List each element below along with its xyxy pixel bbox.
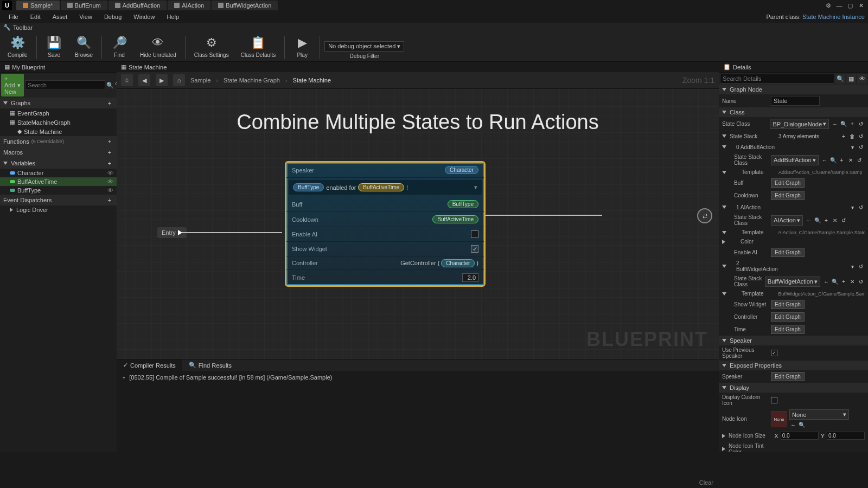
search-input[interactable] [25,80,105,90]
visibility-icon[interactable]: 👁 [107,170,113,176]
use-prev-speaker-checkbox[interactable] [771,350,777,356]
var-character[interactable]: Character👁 [0,169,117,177]
graph-canvas[interactable]: Combine Multiple States to Run Actions E… [117,89,719,359]
debug-object-select[interactable]: No debug object selected ▾ [324,41,404,52]
stack-class-dropdown[interactable]: AIAction▾ [771,215,803,226]
tab-compiler-results[interactable]: ✓Compiler Results [117,359,182,371]
dropdown-icon[interactable]: ▾ [848,143,856,151]
name-field[interactable] [771,96,820,106]
section-graphs[interactable]: Graphs+ [0,98,117,108]
class-settings-button[interactable]: ⚙Class Settings [190,33,233,59]
find-icon[interactable]: 🔍 [814,216,821,224]
back-icon[interactable]: ← [831,120,839,128]
edit-graph-button[interactable]: Edit Graph [771,300,805,309]
cooldown-chip[interactable]: BuffActiveTime [432,215,478,223]
stack-item-2[interactable]: 2 BuffWidgetAction [730,260,776,272]
add-function-button[interactable]: + [106,138,113,145]
settings-icon[interactable]: ⚙ [824,1,833,10]
add-macro-button[interactable]: + [106,149,113,156]
dialogue-text[interactable]: BuffType enabled for BuffActiveTime ! ▾ [289,180,482,195]
my-blueprint-tab[interactable]: ▦My Blueprint [0,62,117,73]
menu-asset[interactable]: Asset [47,12,73,21]
forward-button[interactable]: ▶ [156,74,168,86]
add-icon[interactable]: + [840,278,847,285]
find-button[interactable]: 🔎Find [106,33,132,59]
play-button[interactable]: ▶Play [289,33,315,59]
search-icon[interactable]: 🔍 [835,74,845,84]
dropdown-icon[interactable]: ▾ [848,262,856,270]
home-button[interactable]: ⌂ [173,74,185,86]
back-icon[interactable]: ← [822,278,830,285]
back-icon[interactable]: ← [805,216,813,224]
section-display[interactable]: Display [719,383,868,393]
dropdown-icon[interactable]: ▾ [848,203,856,211]
menu-debug[interactable]: Debug [99,12,127,21]
stack-class-dropdown[interactable]: BuffWidgetAction▾ [765,277,820,287]
grid-view-icon[interactable]: ▦ [846,74,856,84]
state-node[interactable]: SpeakerCharacter BuffType enabled for Bu… [285,161,486,287]
chevron-down-icon[interactable]: ▾ [474,184,477,191]
parent-class-link[interactable]: State Machine Instance [802,14,865,20]
var-buffactivetime[interactable]: BuffActiveTime👁 [0,177,117,186]
edit-graph-button[interactable]: Edit Graph [771,178,805,188]
compile-button[interactable]: ⚙️Compile [3,33,32,59]
menu-window[interactable]: Window [128,12,160,21]
edit-graph-button[interactable]: Edit Graph [771,312,805,322]
details-tab[interactable]: 📋Details [719,62,868,73]
save-button[interactable]: 💾Save [41,33,67,59]
close-button[interactable]: ✕ [856,1,866,10]
stack-item-1[interactable]: 1 AIAction [730,204,776,210]
remove-icon[interactable]: ✕ [847,156,854,164]
section-speaker[interactable]: Speaker [719,336,868,345]
add-icon[interactable]: + [838,156,846,164]
add-icon[interactable]: + [848,120,856,128]
controller-arg-chip[interactable]: Character [441,259,475,267]
section-exposed[interactable]: Exposed Properties [719,361,868,370]
remove-icon[interactable]: ✕ [831,216,839,224]
visibility-icon[interactable]: 👁 [107,178,113,185]
time-value[interactable]: 2.0 [462,273,478,282]
var-bufftype[interactable]: BuffType👁 [0,186,117,195]
exit-pin[interactable]: ⇄ [697,208,712,223]
edit-graph-button[interactable]: Edit Graph [771,248,805,257]
menu-file[interactable]: File [3,12,24,21]
section-graph-node[interactable]: Graph Node [719,85,868,94]
add-icon[interactable]: + [822,216,830,224]
show-widget-checkbox[interactable]: ✓ [471,245,478,253]
edit-graph-button[interactable]: Edit Graph [771,191,805,200]
edit-graph-button[interactable]: Edit Graph [771,372,805,381]
file-tab-aiaction[interactable]: AIAction [168,1,210,10]
details-search-input[interactable] [720,74,834,84]
class-defaults-button[interactable]: 📋Class Defaults [237,33,280,59]
find-icon[interactable]: 🔍 [831,278,839,285]
graph-tab-state-machine[interactable]: ▦State Machine [117,62,176,72]
reset-icon[interactable]: ↺ [857,120,865,128]
tab-find-results[interactable]: 🔍Find Results [182,359,238,371]
section-variables[interactable]: Variables+ [0,158,117,169]
add-new-button[interactable]: + Add New ▾ [1,74,24,97]
file-tab-addbuff[interactable]: AddBuffAction [108,1,167,10]
node-icon-thumbnail[interactable]: None [771,411,787,427]
clear-button[interactable]: Clear [699,479,713,486]
reset-icon[interactable]: ↺ [857,203,865,211]
reset-icon[interactable]: ↺ [857,262,865,270]
reset-icon[interactable]: ↺ [840,216,847,224]
menu-edit[interactable]: Edit [25,12,46,21]
custom-icon-checkbox[interactable] [771,397,777,403]
menu-view[interactable]: View [74,12,98,21]
breadcrumb-sample[interactable]: Sample [190,77,210,84]
state-class-dropdown[interactable]: BP_DialogueNode▾ [770,119,829,129]
remove-icon[interactable]: ✕ [848,278,856,285]
add-dispatcher-button[interactable]: + [106,196,113,204]
tree-logic-driver[interactable]: Logic Driver [0,206,117,214]
reset-icon[interactable]: ↺ [857,132,865,140]
find-icon[interactable]: 🔍 [829,156,837,164]
section-macros[interactable]: Macros+ [0,147,117,158]
find-icon[interactable]: 🔍 [798,421,806,428]
minimize-button[interactable]: — [834,1,844,10]
breadcrumb-graph[interactable]: State Machine Graph [224,77,280,84]
edit-graph-button[interactable]: Edit Graph [771,325,805,334]
stack-class-dropdown[interactable]: AddBuffAction▾ [771,155,819,165]
section-event-dispatchers[interactable]: Event Dispatchers+ [0,195,117,206]
enable-ai-checkbox[interactable] [471,230,478,238]
